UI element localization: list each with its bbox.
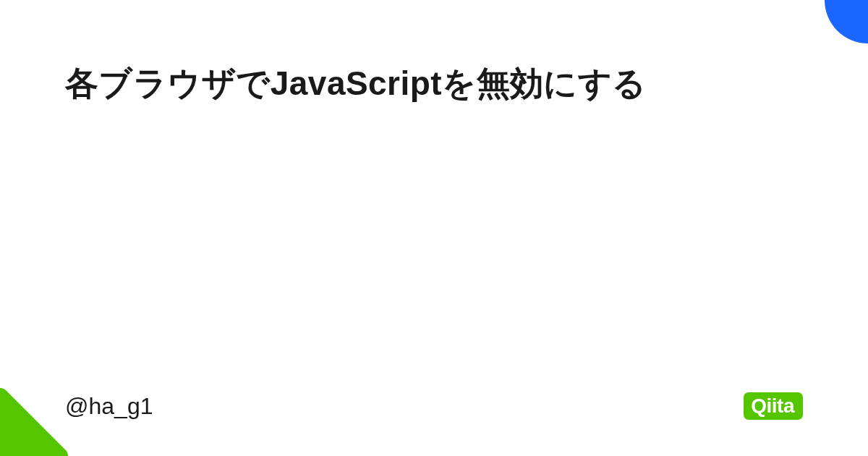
article-title: 各ブラウザでJavaScriptを無効にする: [65, 58, 803, 109]
card-footer: @ha_g1 Qiita: [65, 392, 803, 420]
qiita-logo-badge: Qiita: [744, 392, 803, 420]
article-content: 各ブラウザでJavaScriptを無効にする: [65, 58, 803, 109]
author-handle: @ha_g1: [65, 393, 153, 420]
brand-logo: Qiita: [744, 392, 803, 420]
decoration-square-green: [0, 384, 72, 456]
decoration-circle-blue: [825, 0, 868, 43]
